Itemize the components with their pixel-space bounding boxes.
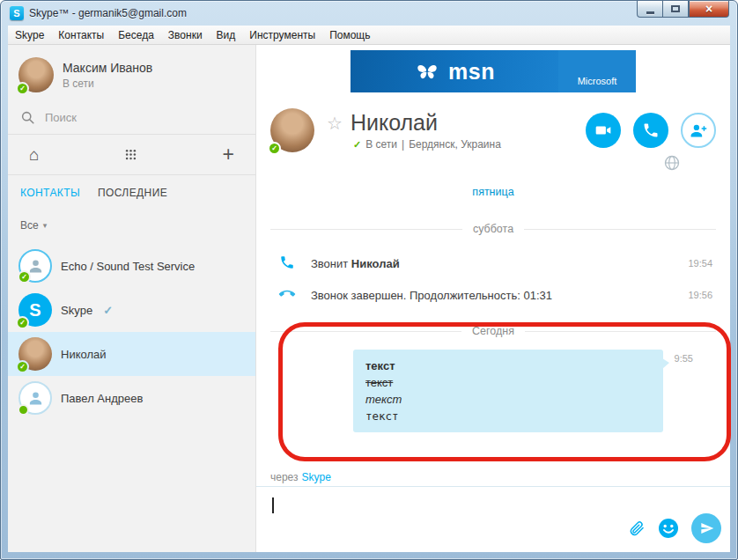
message-timestamp: 9:55 xyxy=(675,353,693,364)
skype-logo-letter: S xyxy=(13,8,19,18)
via-skype-link[interactable]: Skype xyxy=(302,471,331,483)
text-caret xyxy=(272,497,274,513)
send-button[interactable] xyxy=(691,513,721,543)
contact-avatar xyxy=(18,381,52,415)
menu-item-calls[interactable]: Звонки xyxy=(161,26,210,44)
chat-header: ✓ ☆ Николай ✓ В сети | Бердянск, Украина xyxy=(270,99,716,161)
menu-item-conversation[interactable]: Беседа xyxy=(111,26,161,44)
profile-status: В сети xyxy=(63,77,152,90)
globe-icon xyxy=(663,154,681,172)
call-event-text: Звонит xyxy=(311,257,351,270)
tab-contacts[interactable]: КОНТАКТЫ xyxy=(20,187,80,199)
message-line-italic: текст xyxy=(365,391,651,408)
message-log: пятница суббота Звонит Николай 19:54 xyxy=(270,177,716,434)
status-online-icon xyxy=(18,404,29,416)
close-icon: × xyxy=(705,2,712,16)
person-icon xyxy=(26,389,45,408)
incoming-call-icon xyxy=(279,254,297,272)
day-divider-saturday: суббота xyxy=(270,223,716,235)
profile-name: Максим Иванов xyxy=(63,61,152,75)
verified-badge-icon: ✓ xyxy=(103,304,113,317)
titlebar: S Skype™ - germanik5@gmail.com × xyxy=(1,1,737,26)
window-title: Skype™ - germanik5@gmail.com xyxy=(29,7,187,19)
skype-logo-icon: S xyxy=(10,6,24,20)
status-online-icon: ✓ xyxy=(16,360,29,373)
via-row: через Skype xyxy=(256,468,730,487)
emoticon-button[interactable] xyxy=(658,518,679,539)
voice-call-button[interactable] xyxy=(633,113,668,148)
home-icon[interactable]: ⌂ xyxy=(29,145,39,165)
presence-check-icon: ✓ xyxy=(353,139,361,151)
presence-text: В сети xyxy=(365,138,397,151)
add-person-icon xyxy=(690,122,708,140)
contact-item-pavel[interactable]: Павел Андреев xyxy=(8,376,255,420)
video-camera-icon xyxy=(594,122,612,139)
window-frame: S Skype™ - germanik5@gmail.com × Skype К… xyxy=(0,0,738,560)
maximize-button[interactable] xyxy=(663,1,689,18)
contact-item-nikolay[interactable]: ✓ Николай xyxy=(8,332,255,376)
chevron-down-icon: ▾ xyxy=(43,221,48,230)
call-ended-icon xyxy=(279,286,297,304)
contact-avatar: ✓ xyxy=(18,337,52,371)
contact-item-skype[interactable]: S ✓ Skype ✓ xyxy=(8,288,255,332)
dialpad-icon[interactable] xyxy=(124,148,137,161)
menu-item-tools[interactable]: Инструменты xyxy=(242,26,322,44)
add-contact-icon[interactable]: + xyxy=(223,144,234,165)
presence-separator: | xyxy=(402,138,404,151)
msn-butterfly-icon xyxy=(414,62,440,81)
favorite-star-icon[interactable]: ☆ xyxy=(327,113,343,134)
phone-icon xyxy=(642,122,660,139)
contact-name: Николай xyxy=(61,348,107,361)
sidebar-tabs: КОНТАКТЫ ПОСЛЕДНИЕ xyxy=(8,175,255,210)
search-input[interactable] xyxy=(43,110,243,125)
close-button[interactable]: × xyxy=(689,1,729,18)
window-content: ✓ Максим Иванов В сети ⌂ xyxy=(8,45,730,552)
status-online-icon: ✓ xyxy=(16,316,29,329)
sidebar: ✓ Максим Иванов В сети ⌂ xyxy=(8,45,256,552)
quick-actions: ⌂ + xyxy=(8,135,255,175)
profile-card[interactable]: ✓ Максим Иванов В сети xyxy=(8,45,255,101)
smiley-icon xyxy=(658,518,679,539)
msn-ad-banner[interactable]: msn Microsoft xyxy=(351,50,636,92)
menu-item-help[interactable]: Помощь xyxy=(322,26,377,44)
paperclip-icon xyxy=(628,519,646,537)
menu-item-skype[interactable]: Skype xyxy=(8,26,51,44)
video-call-button[interactable] xyxy=(586,113,621,148)
profile-avatar: ✓ xyxy=(18,57,54,92)
send-plane-icon xyxy=(700,521,714,535)
contacts-filter[interactable]: Все ▾ xyxy=(8,210,255,240)
minimize-icon xyxy=(646,11,654,14)
call-event-text: Звонок завершен. Продолжительность: 01:3… xyxy=(311,289,552,302)
contact-location: Бердянск, Украина xyxy=(409,138,501,151)
tab-recent[interactable]: ПОСЛЕДНИЕ xyxy=(98,187,167,199)
composer: через Skype xyxy=(256,468,730,552)
call-event-contact: Николай xyxy=(351,257,400,270)
minimize-button[interactable] xyxy=(637,1,663,18)
day-divider-friday: пятница xyxy=(270,186,716,198)
maximize-icon xyxy=(671,5,680,12)
contacts-list: ✓ Echo / Sound Test Service S ✓ Skype ✓ … xyxy=(8,240,255,552)
conversation-panel: msn Microsoft ✓ ☆ Николай ✓ В xyxy=(256,45,730,552)
message-bubble: текст текст текст текст xyxy=(353,350,663,432)
call-event-incoming: Звонит Николай 19:54 xyxy=(270,254,716,272)
event-timestamp: 19:54 xyxy=(688,258,712,269)
day-divider-today: Сегодня xyxy=(270,325,716,337)
contact-avatar: ✓ xyxy=(18,249,52,283)
message-line-strike: текст xyxy=(365,374,651,391)
contact-item-echo[interactable]: ✓ Echo / Sound Test Service xyxy=(8,244,255,288)
contact-name: Echo / Sound Test Service xyxy=(61,260,195,273)
attach-file-button[interactable] xyxy=(628,519,646,537)
search-icon xyxy=(20,110,35,125)
menu-item-view[interactable]: Вид xyxy=(210,26,243,44)
msn-brand-text: msn xyxy=(448,59,495,85)
contacts-filter-label: Все xyxy=(20,219,39,232)
menu-bar: Skype Контакты Беседа Звонки Вид Инструм… xyxy=(8,26,730,45)
contact-name: Павел Андреев xyxy=(61,392,143,405)
contact-name: Skype xyxy=(61,304,92,317)
window-controls: × xyxy=(637,1,729,18)
status-online-icon: ✓ xyxy=(268,142,281,155)
status-online-icon: ✓ xyxy=(18,270,31,284)
message-input[interactable] xyxy=(256,487,730,552)
add-participant-button[interactable] xyxy=(681,113,716,148)
menu-item-contacts[interactable]: Контакты xyxy=(51,26,111,44)
